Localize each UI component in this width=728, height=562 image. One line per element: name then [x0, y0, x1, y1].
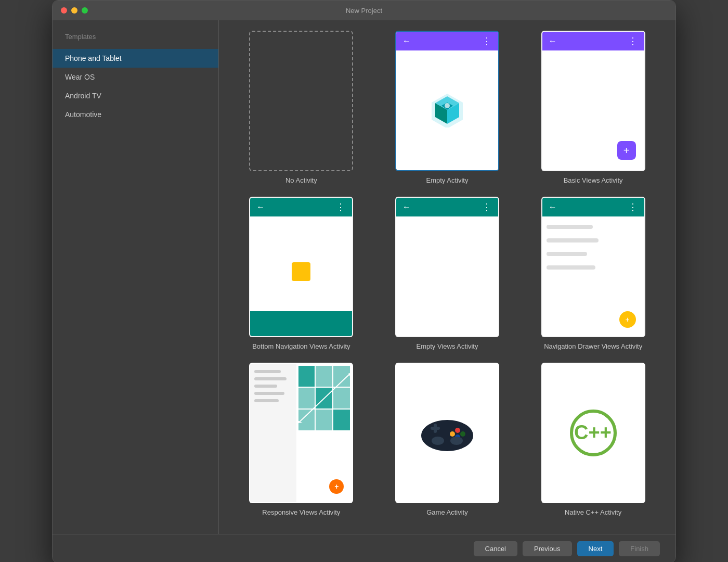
template-nav-drawer[interactable]: ← ⋮ — [526, 197, 660, 350]
svg-rect-12 — [434, 424, 437, 433]
phone-body-empty-views — [396, 216, 498, 336]
grid-left-panel — [250, 364, 296, 502]
phone-body-bottom-nav — [250, 216, 352, 311]
android-logo — [429, 91, 465, 130]
menu-dots-icon: ⋮ — [628, 35, 638, 47]
title-bar: New Project — [53, 1, 675, 20]
back-arrow-icon: ← — [402, 36, 411, 46]
template-no-activity[interactable]: No Activity — [235, 31, 368, 184]
phone-mockup-bottom-nav: ← ⋮ — [250, 198, 352, 336]
template-label-empty-activity: Empty Activity — [426, 176, 469, 184]
svg-point-13 — [455, 428, 460, 433]
template-thumb-bottom-nav: ← ⋮ — [249, 197, 353, 337]
phone-top-bar-empty-views: ← ⋮ — [396, 198, 498, 216]
menu-dots-icon: ⋮ — [482, 35, 492, 47]
template-label-bottom-nav: Bottom Navigation Views Activity — [252, 342, 350, 350]
templates-grid-container: No Activity ← ⋮ — [219, 20, 675, 534]
phone-mockup-empty-views: ← ⋮ — [396, 198, 498, 336]
phone-top-bar-empty: ← ⋮ — [396, 32, 498, 50]
svg-point-18 — [450, 437, 463, 445]
template-label-empty-views: Empty Views Activity — [417, 342, 478, 350]
sidebar-item-wear-os[interactable]: Wear OS — [53, 68, 218, 86]
grid-right-panel: + — [296, 364, 353, 502]
phone-mockup-empty-activity: ← ⋮ — [396, 32, 498, 170]
template-bottom-nav[interactable]: ← ⋮ Bottom Navigation Views Activity — [235, 197, 368, 350]
template-responsive-grid[interactable]: + Responsive Views Activity — [235, 363, 368, 516]
fab-plus-icon: + — [617, 141, 636, 160]
svg-text:C++: C++ — [574, 422, 612, 443]
phone-top-bar-nav-drawer: ← ⋮ — [542, 198, 644, 216]
game-controller-icon — [416, 412, 478, 454]
menu-dots-icon: ⋮ — [482, 201, 492, 213]
drawer-panel — [542, 216, 608, 336]
templates-grid: No Activity ← ⋮ — [235, 31, 660, 527]
new-project-window: New Project Templates Phone and Tablet W… — [52, 0, 676, 562]
phone-mockup-nav-drawer: ← ⋮ — [542, 198, 644, 336]
close-button[interactable] — [61, 7, 67, 14]
template-thumb-game-activity — [395, 363, 499, 503]
sidebar: Templates Phone and Tablet Wear OS Andro… — [53, 20, 219, 534]
responsive-grid-visual: + — [250, 364, 352, 502]
drawer-fab: + — [619, 311, 636, 328]
menu-dots-icon: ⋮ — [628, 201, 638, 213]
svg-point-6 — [445, 103, 450, 108]
cpp-logo-icon: C++ — [565, 407, 622, 459]
template-empty-views[interactable]: ← ⋮ Empty Views Activity — [381, 197, 514, 350]
template-game-activity[interactable]: Game Activity — [381, 363, 514, 516]
grid-fab: + — [329, 479, 344, 494]
menu-dots-icon: ⋮ — [336, 201, 346, 213]
template-thumb-no-activity — [249, 31, 353, 171]
minimize-button[interactable] — [71, 7, 77, 14]
svg-point-14 — [460, 431, 465, 437]
phone-body-nav-drawer: + — [542, 216, 644, 336]
bottom-nav-fab — [292, 262, 310, 281]
template-label-basic-views: Basic Views Activity — [564, 176, 623, 184]
svg-line-7 — [298, 373, 350, 423]
template-thumb-cpp-activity: C++ — [541, 363, 645, 503]
sidebar-item-android-tv[interactable]: Android TV — [53, 86, 218, 105]
sidebar-item-automotive[interactable]: Automotive — [53, 105, 218, 124]
phone-top-bar-bottom-nav: ← ⋮ — [250, 198, 352, 216]
traffic-lights — [61, 7, 88, 14]
back-arrow-icon: ← — [402, 202, 411, 212]
template-basic-views[interactable]: ← ⋮ + Basic Views Activity — [526, 31, 660, 184]
template-empty-activity[interactable]: ← ⋮ — [381, 31, 514, 184]
template-cpp-activity[interactable]: C++ Native C++ Activity — [526, 363, 660, 516]
finish-button[interactable]: Finish — [619, 541, 660, 556]
template-thumb-nav-drawer: ← ⋮ — [541, 197, 645, 337]
svg-point-10 — [421, 420, 473, 451]
phone-top-bar-basic: ← ⋮ — [542, 32, 644, 50]
template-thumb-basic-views: ← ⋮ + — [541, 31, 645, 171]
template-label-nav-drawer: Navigation Drawer Views Activity — [544, 342, 642, 350]
footer: Cancel Previous Next Finish — [53, 534, 675, 562]
phone-mockup-basic-views: ← ⋮ + — [542, 32, 644, 170]
template-label-cpp-activity: Native C++ Activity — [565, 508, 621, 516]
template-thumb-responsive-grid: + — [249, 363, 353, 503]
sidebar-label: Templates — [53, 33, 218, 49]
back-arrow-icon: ← — [256, 202, 265, 212]
template-label-responsive-grid: Responsive Views Activity — [262, 508, 340, 516]
back-arrow-icon: ← — [549, 202, 557, 212]
sidebar-item-phone-tablet[interactable]: Phone and Tablet — [53, 49, 218, 68]
svg-point-16 — [450, 431, 455, 437]
phone-body-empty — [396, 50, 498, 170]
next-button[interactable]: Next — [577, 541, 614, 556]
template-label-game-activity: Game Activity — [426, 508, 467, 516]
svg-point-17 — [432, 437, 444, 445]
template-thumb-empty-views: ← ⋮ — [395, 197, 499, 337]
template-thumb-empty-activity: ← ⋮ — [395, 31, 499, 171]
main-content: Templates Phone and Tablet Wear OS Andro… — [53, 20, 675, 534]
previous-button[interactable]: Previous — [523, 541, 572, 556]
back-arrow-icon: ← — [549, 36, 557, 46]
cancel-button[interactable]: Cancel — [474, 541, 517, 556]
window-title: New Project — [346, 7, 382, 15]
bottom-nav-bar — [250, 311, 352, 336]
maximize-button[interactable] — [82, 7, 88, 14]
phone-body-basic: + — [542, 50, 644, 170]
template-label-no-activity: No Activity — [285, 176, 317, 184]
